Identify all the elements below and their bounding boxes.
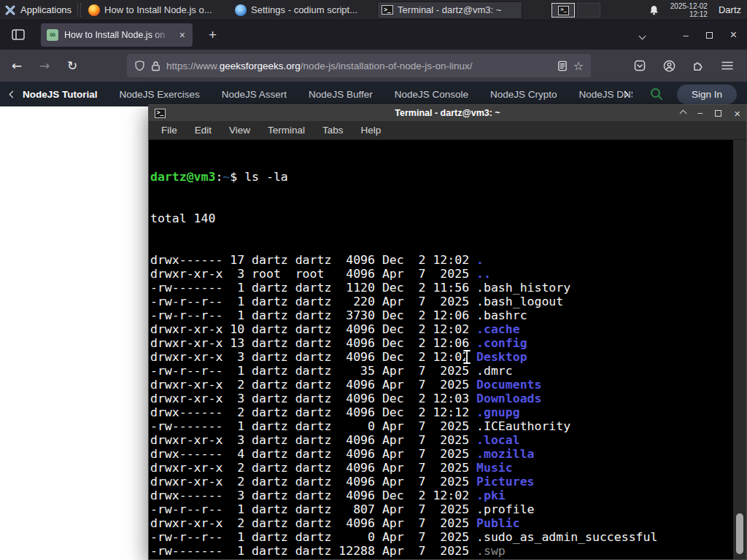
- taskbar-window-button[interactable]: >_ Terminal - dartz@vm3: ~: [377, 1, 522, 19]
- ls-listing: drwx------ 17 dartz dartz 4096 Dec 2 12:…: [150, 253, 732, 559]
- workspace-terminal-icon: >_: [558, 6, 569, 15]
- taskbar-window-button[interactable]: Settings - codium script...: [231, 1, 376, 19]
- window-buttons-area: How to Install Node.js o... Settings - c…: [84, 1, 522, 19]
- list-all-tabs-button[interactable]: [640, 28, 645, 42]
- terminal-body[interactable]: dartz@vm3:~$ ls -la total 140 drwx------…: [149, 140, 746, 559]
- terminal-menu-item[interactable]: View: [221, 123, 258, 137]
- url-path: /node-js/installation-of-node-js-on-linu…: [301, 61, 473, 71]
- terminal-output-line: -rw------- 1 dartz dartz 0 Apr 7 2025 .I…: [150, 419, 732, 433]
- url-host: geeksforgeeks.org: [220, 61, 301, 71]
- terminal-output-line: drwxr-xr-x 13 dartz dartz 4096 Dec 2 12:…: [150, 336, 732, 350]
- terminal-output-line: drwxr-xr-x 3 dartz dartz 4096 Dec 2 12:0…: [150, 350, 732, 364]
- terminal-shade-button[interactable]: [679, 109, 686, 117]
- terminal-window: >_ Terminal - dartz@vm3: ~ – × FileEditV…: [148, 104, 747, 560]
- terminal-output-line: -rw-r--r-- 1 dartz dartz 35 Apr 7 2025 .…: [150, 364, 732, 378]
- search-icon[interactable]: [649, 87, 664, 101]
- workspace-1[interactable]: >_: [551, 3, 575, 18]
- terminal-minimize-button[interactable]: –: [698, 108, 703, 118]
- terminal-scrollbar[interactable]: [733, 140, 746, 559]
- text-cursor-pointer: [462, 349, 471, 365]
- terminal-close-button[interactable]: ×: [734, 107, 740, 120]
- bookmark-star-icon[interactable]: ☆: [573, 59, 584, 73]
- site-nav-link[interactable]: NodeJS Exercises: [120, 89, 200, 100]
- tracking-shield-icon[interactable]: [134, 60, 145, 71]
- top-panel: Applications How to Install Node.js o...…: [0, 0, 747, 20]
- back-button[interactable]: ←: [6, 55, 28, 77]
- browser-tab[interactable]: ∞ How to Install Node.js on ×: [41, 23, 193, 47]
- new-tab-button[interactable]: +: [203, 26, 222, 44]
- panel-clock[interactable]: 2025-12-02 12:12: [670, 2, 708, 18]
- browser-close-button[interactable]: ×: [730, 28, 737, 42]
- tab-close-icon[interactable]: ×: [178, 29, 187, 41]
- terminal-output-line: -rw-r--r-- 1 dartz dartz 807 Apr 7 2025 …: [150, 502, 732, 516]
- lock-icon[interactable]: [151, 61, 160, 71]
- terminal-menu-item[interactable]: Help: [353, 123, 390, 137]
- prompt-path: ~: [222, 170, 230, 184]
- site-nav-link[interactable]: NodeJS Console: [395, 89, 468, 100]
- workspace-2[interactable]: [577, 3, 600, 18]
- terminal-output-line: -rw------- 1 dartz dartz 1120 Dec 2 11:5…: [150, 281, 732, 295]
- browser-window-controls: – ×: [683, 28, 737, 42]
- url-text: https://www.geeksforgeeks.org/node-js/in…: [166, 61, 551, 71]
- terminal-total-line: total 140: [150, 211, 732, 225]
- terminal-output-line: -rw-r--r-- 1 dartz dartz 0 Apr 7 2025 .s…: [150, 530, 732, 544]
- browser-maximize-button[interactable]: [706, 32, 713, 39]
- firefox-view-button[interactable]: [7, 25, 29, 45]
- tab-title: How to Install Node.js on: [64, 30, 172, 40]
- vscodium-icon: [235, 4, 247, 16]
- terminal-app-icon: >_: [155, 109, 166, 118]
- forward-button[interactable]: →: [34, 55, 55, 77]
- sign-in-button[interactable]: Sign In: [677, 85, 737, 104]
- terminal-output-line: drwx------ 2 dartz dartz 4096 Dec 2 12:1…: [150, 405, 732, 419]
- panel-separator: [77, 4, 81, 17]
- terminal-menu-item[interactable]: Terminal: [260, 123, 313, 137]
- terminal-output-line: drwxr-xr-x 2 dartz dartz 4096 Apr 7 2025…: [150, 378, 732, 392]
- applications-label: Applications: [20, 4, 71, 15]
- taskbar-window-button[interactable]: How to Install Node.js o...: [84, 1, 229, 19]
- extensions-puzzle-icon[interactable]: [687, 55, 709, 77]
- terminal-output-line: drwxr-xr-x 2 dartz dartz 4096 Apr 7 2025…: [150, 516, 732, 530]
- terminal-output-line: drwxr-xr-x 3 dartz dartz 4096 Apr 7 2025…: [150, 433, 732, 447]
- terminal-title-bar[interactable]: >_ Terminal - dartz@vm3: ~ – ×: [149, 105, 746, 121]
- nav-scroll-left-icon[interactable]: [9, 90, 17, 98]
- panel-status-area: 2025-12-02 12:12 Dartz: [649, 2, 747, 18]
- reader-view-icon[interactable]: [557, 61, 568, 71]
- terminal-scrollbar-thumb[interactable]: [736, 513, 743, 554]
- site-nav-link[interactable]: NodeJS Crypto: [490, 89, 557, 100]
- prompt-user-host: dartz@vm3: [150, 170, 215, 184]
- toolbar-right-icons: [629, 55, 738, 77]
- chevron-down-icon: [639, 33, 646, 40]
- terminal-menu-item[interactable]: File: [153, 123, 185, 137]
- terminal-output: dartz@vm3:~$ ls -la total 140 drwx------…: [149, 140, 746, 559]
- typed-command: ls -la: [237, 170, 288, 184]
- browser-minimize-button[interactable]: –: [683, 30, 688, 41]
- panel-user-label[interactable]: Dartz: [719, 4, 741, 15]
- terminal-menu-item[interactable]: Tabs: [314, 123, 352, 137]
- applications-menu-button[interactable]: Applications: [0, 0, 77, 20]
- prompt-colon: :: [215, 170, 222, 184]
- site-nav-link[interactable]: NodeJS Assert: [222, 89, 287, 100]
- terminal-output-line: drwx------ 4 dartz dartz 4096 Apr 7 2025…: [150, 447, 732, 461]
- terminal-icon: >_: [382, 5, 393, 15]
- url-bar[interactable]: https://www.geeksforgeeks.org/node-js/in…: [127, 54, 591, 77]
- terminal-output-line: drwxr-xr-x 3 root root 4096 Apr 7 2025 .…: [150, 267, 732, 281]
- browser-tab-strip: ∞ How to Install Node.js on × + – ×: [0, 20, 747, 50]
- site-nav-bar: NodeJS TutorialNodeJS ExercisesNodeJS As…: [0, 82, 747, 106]
- site-nav-link[interactable]: NodeJS Buffer: [309, 89, 373, 100]
- terminal-menu-item[interactable]: Edit: [187, 123, 220, 137]
- menu-hamburger-icon[interactable]: [716, 55, 738, 77]
- account-icon[interactable]: [658, 55, 680, 77]
- terminal-output-line: drwxr-xr-x 10 dartz dartz 4096 Dec 2 12:…: [150, 322, 732, 336]
- workspace-switcher: >_: [551, 3, 600, 18]
- terminal-maximize-button[interactable]: [715, 110, 721, 117]
- site-nav-link[interactable]: NodeJS Tutorial: [23, 89, 98, 100]
- terminal-window-controls: – ×: [681, 107, 740, 120]
- clock-time: 12:12: [670, 10, 708, 18]
- geeksforgeeks-favicon-icon: ∞: [47, 29, 58, 41]
- terminal-title: Terminal - dartz@vm3: ~: [149, 108, 746, 118]
- notification-bell-icon[interactable]: [649, 4, 659, 16]
- applications-icon: [4, 4, 16, 16]
- reload-button[interactable]: ↻: [61, 55, 83, 77]
- pocket-save-icon[interactable]: [629, 55, 651, 77]
- terminal-prompt-line: dartz@vm3:~$ ls -la: [150, 170, 732, 184]
